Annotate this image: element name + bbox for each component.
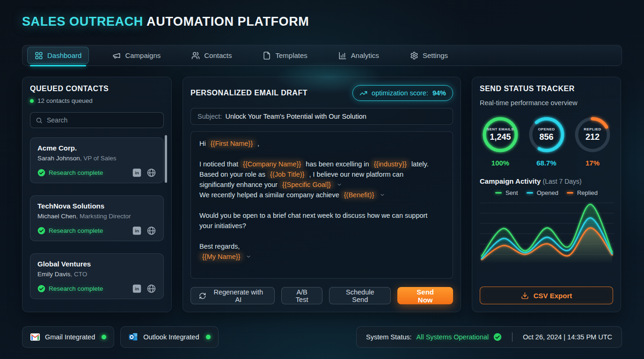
search-icon — [36, 117, 43, 124]
tab-label: Contacts — [204, 51, 232, 59]
score-label: optimization score: — [372, 89, 428, 97]
contact-card[interactable]: Global VenturesEmily Davis, CTOResearch … — [30, 253, 164, 299]
gauge-opened: OPENED85668.7% — [526, 115, 567, 167]
contact-search — [30, 112, 164, 128]
outlook-integration-label: Outlook Integrated — [143, 333, 199, 341]
legend-item-opened: Opened — [527, 189, 558, 196]
email-text: , — [256, 140, 259, 147]
footer-bar: Gmail Integrated Outlook Integrated Syst… — [22, 326, 622, 348]
csv-export-button[interactable]: CSV Export — [480, 287, 613, 304]
tab-contacts[interactable]: Contacts — [184, 47, 239, 64]
merge-field-token[interactable]: {{First Name}} — [208, 140, 255, 147]
gmail-integration-label: Gmail Integrated — [45, 333, 95, 341]
legend-swatch-icon — [567, 192, 573, 194]
legend-swatch-icon — [527, 192, 533, 194]
activity-header: Campaign Activity (Last 7 Days) — [480, 177, 613, 185]
contact-card[interactable]: Acme Corp.Sarah Johnson, VP of SalesRese… — [30, 137, 164, 183]
system-status-label: System Status: — [366, 333, 412, 341]
email-actions: Regenerate with AI A/B Test Schedule Sen… — [190, 287, 453, 304]
contact-company: Global Ventures — [37, 260, 156, 268]
ab-test-label: A/B Test — [290, 288, 314, 303]
regenerate-label: Regenerate with AI — [211, 288, 266, 303]
search-input[interactable] — [47, 116, 158, 124]
legend-item-sent: Sent — [495, 189, 518, 196]
linkedin-icon[interactable]: in — [132, 226, 142, 236]
email-text: Based on your role as — [199, 171, 267, 178]
gmail-logo-icon — [30, 332, 40, 342]
nav-bar: DashboardCampaignsContactsTemplatesAnaly… — [22, 45, 622, 66]
subject-label: Subject: — [198, 113, 222, 120]
email-text: We recently helped a similar company ach… — [199, 191, 341, 199]
tab-campaigns[interactable]: Campaigns — [105, 47, 168, 64]
email-text: has been excelling in — [304, 160, 371, 168]
datetime-label: Oct 26, 2024 | 14:35 PM UTC — [523, 333, 612, 341]
gauge-percent: 100% — [491, 159, 509, 167]
email-panel-title: PERSONALIZED EMAIL DRAFT — [190, 89, 307, 97]
merge-field-token[interactable]: {{My Name}} — [200, 253, 242, 260]
chevron-down-icon[interactable] — [246, 254, 251, 259]
status-dot-icon — [30, 99, 34, 103]
email-header: PERSONALIZED EMAIL DRAFT optimization sc… — [190, 85, 453, 101]
send-status-panel: SEND STATUS TRACKER Real-time performanc… — [472, 77, 621, 312]
chevron-down-icon[interactable] — [380, 192, 385, 198]
download-icon — [521, 292, 529, 300]
contact-card[interactable]: TechNova SolutionsMichael Chen, Markstin… — [30, 195, 164, 241]
contact-list: Acme Corp.Sarah Johnson, VP of SalesRese… — [30, 137, 164, 304]
ab-test-button[interactable]: A/B Test — [281, 287, 322, 304]
research-status: Research complete — [37, 227, 103, 235]
divider — [512, 332, 512, 342]
gauge-value: 856 — [539, 132, 553, 142]
globe-icon[interactable] — [146, 226, 156, 236]
page-title-accent: SALES OUTREACH — [22, 14, 143, 29]
email-text: lately. — [410, 160, 429, 168]
merge-field-token[interactable]: {(Benefit)} — [342, 191, 377, 199]
merge-field-token[interactable]: {(Job Title)} — [268, 171, 307, 178]
merge-field-token[interactable]: {{industry}} — [372, 160, 409, 168]
outlook-integration-pill[interactable]: Outlook Integrated — [120, 326, 218, 348]
send-now-button[interactable]: Send Now — [397, 287, 453, 304]
schedule-label: Schedule Send — [337, 288, 382, 303]
globe-icon[interactable] — [146, 284, 156, 294]
megaphone-icon — [112, 51, 121, 60]
regenerate-button[interactable]: Regenerate with AI — [190, 287, 275, 304]
schedule-send-button[interactable]: Schedule Send — [329, 287, 391, 304]
contact-person: Emily Davis, CTO — [37, 271, 156, 278]
gauge-percent: 68.7% — [536, 159, 556, 167]
gmail-integration-pill[interactable]: Gmail Integrated — [22, 326, 114, 348]
csv-export-label: CSV Export — [534, 292, 572, 300]
linkedin-icon[interactable]: in — [132, 284, 142, 294]
tab-settings[interactable]: Settings — [402, 47, 455, 64]
linkedin-icon[interactable]: in — [132, 168, 142, 178]
tab-dashboard[interactable]: Dashboard — [27, 47, 89, 64]
merge-field-token[interactable]: {{Company Name}} — [241, 160, 303, 168]
subject-field[interactable]: Subject: Unlock Your Team's Potential wi… — [190, 108, 453, 125]
gauge-label: SENT EMAILS — [487, 127, 514, 131]
email-body-editor[interactable]: Hi {{First Name}} ,I noticed that {{Comp… — [190, 131, 453, 279]
merge-field-token[interactable]: {{Specific Goal]} — [280, 181, 333, 188]
tab-label: Settings — [423, 51, 448, 59]
check-circle-icon — [37, 227, 45, 235]
activity-title: Campaign Activity — [480, 177, 541, 185]
users-icon — [191, 51, 200, 60]
page-title: SALES OUTREACH AUTOMATION PLATFORM — [22, 14, 622, 29]
email-text: , I believe our new platform can — [307, 171, 403, 178]
status-panel-title: SEND STATUS TRACKER — [480, 85, 613, 93]
gauge-value: 212 — [585, 132, 600, 142]
system-status-value: All Systems Operational — [417, 333, 489, 341]
tab-templates[interactable]: Templates — [255, 47, 315, 64]
svg-text:in: in — [135, 170, 139, 175]
refresh-icon — [199, 292, 206, 300]
gauge-value: 1,245 — [490, 132, 511, 142]
research-status: Research complete — [37, 169, 103, 177]
research-status: Research complete — [37, 285, 103, 293]
tab-label: Dashboard — [47, 51, 81, 59]
email-text: I noticed that — [199, 160, 240, 168]
contact-company: TechNova Solutions — [37, 202, 156, 210]
contacts-scrollbar[interactable] — [165, 135, 167, 183]
chevron-down-icon[interactable] — [337, 182, 342, 187]
send-now-label: Send Now — [409, 288, 442, 304]
tab-label: Analytics — [351, 51, 379, 59]
tab-label: Campaigns — [125, 51, 161, 59]
tab-analytics[interactable]: Analytics — [331, 47, 387, 64]
globe-icon[interactable] — [146, 168, 156, 178]
